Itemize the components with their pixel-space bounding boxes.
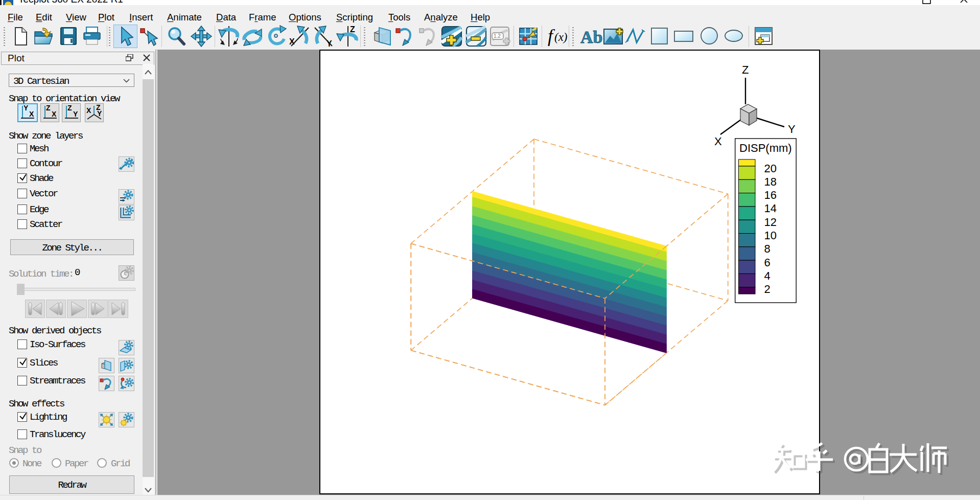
svg-text:2: 2 [764, 283, 771, 296]
svg-text:Ab: Ab [580, 28, 602, 47]
svg-text:10: 10 [764, 229, 777, 242]
svg-text:DISP(mm): DISP(mm) [739, 142, 792, 154]
svg-text:8: 8 [764, 242, 771, 255]
svg-text:Z: Z [742, 63, 749, 76]
svg-text:16: 16 [764, 189, 777, 201]
svg-text:6: 6 [764, 256, 771, 269]
svg-text:Z: Z [350, 25, 355, 34]
svg-text:X: X [289, 37, 295, 46]
svg-text:4: 4 [764, 269, 771, 282]
svg-text:X: X [29, 110, 34, 118]
svg-text:X: X [52, 110, 57, 118]
svg-text:1.2: 1.2 [494, 33, 501, 39]
svg-text:12: 12 [764, 216, 777, 229]
svg-text:Y: Y [326, 39, 332, 48]
svg-text:Z: Z [46, 104, 51, 112]
svg-text:Y: Y [24, 104, 29, 112]
svg-text:20: 20 [764, 162, 777, 175]
svg-text:(x): (x) [554, 31, 568, 43]
svg-text:Z: Z [67, 104, 72, 112]
svg-text:18: 18 [764, 175, 777, 188]
svg-text:Y: Y [97, 109, 102, 118]
svg-text:X: X [714, 135, 722, 148]
svg-text:X: X [86, 106, 91, 115]
svg-text:14: 14 [764, 202, 777, 215]
svg-text:Y: Y [73, 110, 78, 118]
svg-text:Y: Y [788, 123, 796, 135]
